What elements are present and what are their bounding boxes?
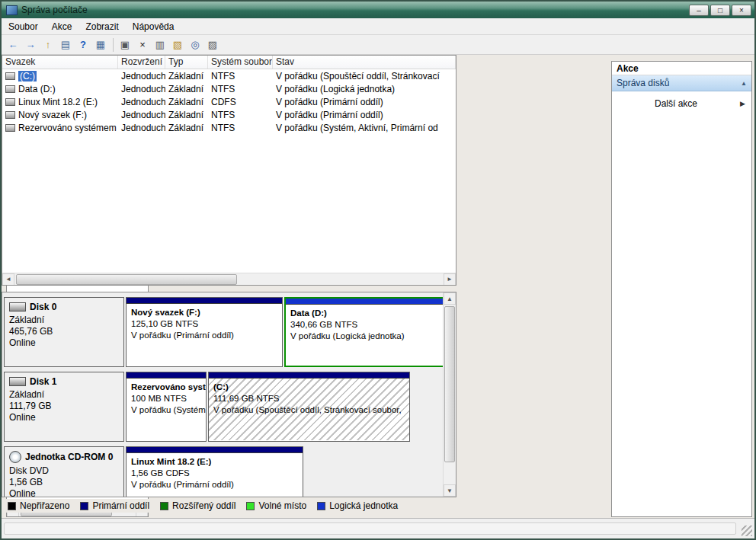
- volume-icon: [5, 111, 15, 119]
- volume-icon: [5, 85, 15, 93]
- actions-item-more-actions[interactable]: Další akce ▶: [612, 96, 751, 111]
- titlebar[interactable]: Správa počítače – □ ×: [2, 2, 754, 18]
- menu-zobrazit[interactable]: Zobrazit: [78, 20, 125, 34]
- volume-list-horizontal-scrollbar[interactable]: ◄ ►: [2, 273, 456, 285]
- disk-icon: [9, 451, 21, 463]
- minimize-button[interactable]: –: [689, 5, 709, 16]
- partition-block[interactable]: Data (D:) 340,66 GB NTFS V pořádku (Logi…: [284, 297, 443, 367]
- status-inset: [4, 522, 736, 535]
- partition-type-strip: [286, 299, 443, 305]
- new-window-icon: ▣: [120, 39, 130, 50]
- partition-type-strip: [127, 298, 282, 304]
- scroll-right-icon[interactable]: ►: [444, 273, 456, 286]
- disk-header[interactable]: Disk 0 Základní 465,76 GB Online: [4, 297, 124, 367]
- disk-icon: [9, 377, 26, 386]
- actions-panel: Akce Správa disků ▲ Další akce ▶: [611, 61, 752, 517]
- properties-icon: ▥: [155, 39, 165, 50]
- disk-graphical-view: Disk 0 Základní 465,76 GB Online Nový sv…: [2, 292, 456, 497]
- legend-color-swatch: [246, 502, 255, 510]
- statusbar: [2, 518, 754, 538]
- legend-color-swatch: [80, 502, 88, 510]
- properties-button[interactable]: ▥: [152, 37, 168, 53]
- volume-icon: [5, 72, 15, 80]
- computer-management-window: Správa počítače – □ × SouborAkceZobrazit…: [0, 0, 756, 540]
- show-console-tree-button[interactable]: ▤: [57, 37, 74, 53]
- disk-row: Disk 0 Základní 465,76 GB Online Nový sv…: [4, 297, 443, 367]
- volume-row[interactable]: Rezervováno systémem Jednoduchý Základní…: [2, 121, 456, 134]
- volume-row[interactable]: Linux Mint 18.2 (E:) Jednoduchý Základní…: [2, 95, 456, 108]
- partition-legend: Nepřiřazeno Primární oddíl Rozšířený odd…: [2, 499, 456, 513]
- scroll-left-icon[interactable]: ◄: [2, 273, 14, 286]
- partition-block[interactable]: Linux Mint 18.2 (E:) 1,56 GB CDFS V pořá…: [126, 446, 303, 497]
- partition-block[interactable]: (C:) 111,69 GB NTFS V pořádku (Spouštěcí…: [208, 372, 410, 442]
- resize-grip[interactable]: [742, 526, 752, 536]
- disk-row: Disk 1 Základní 111,79 GB Online Rezervo…: [4, 372, 443, 442]
- legend-item: Logická jednotka: [317, 500, 398, 511]
- maximize-button[interactable]: □: [710, 5, 730, 16]
- scroll-up-icon[interactable]: ▲: [444, 292, 456, 305]
- export-list-icon: ▨: [208, 39, 217, 50]
- actions-title: Akce: [612, 62, 751, 75]
- disk-header[interactable]: Disk 1 Základní 111,79 GB Online: [4, 372, 124, 442]
- scroll-down-icon[interactable]: ▼: [444, 484, 456, 497]
- help-icon: ?: [80, 39, 86, 50]
- menu-nápověda[interactable]: Nápověda: [126, 20, 181, 34]
- volume-rows: (C:) Jednoduchý Základní NTFS V pořádku …: [2, 69, 456, 134]
- console-window-button[interactable]: ▦: [92, 37, 109, 53]
- disk-icon: [9, 302, 26, 312]
- column-header[interactable]: Systém souborů: [208, 56, 273, 69]
- window-controls: – □ ×: [689, 5, 751, 16]
- export-list-button[interactable]: ▨: [204, 37, 221, 53]
- submenu-arrow-icon: ▶: [740, 100, 745, 107]
- volume-row[interactable]: Data (D:) Jednoduchý Základní NTFS V poř…: [2, 82, 456, 95]
- disk-header[interactable]: Jednotka CD-ROM 0 Disk DVD 1,56 GB Onlin…: [4, 446, 124, 497]
- menubar: SouborAkceZobrazitNápověda: [2, 18, 754, 35]
- open-folder-button[interactable]: ▧: [169, 37, 186, 53]
- delete-button[interactable]: ×: [134, 37, 151, 53]
- menu-akce[interactable]: Akce: [45, 20, 79, 34]
- forward-button[interactable]: →: [22, 37, 39, 53]
- actions-section-disk-management[interactable]: Správa disků ▲: [612, 75, 751, 91]
- forward-icon: →: [26, 39, 36, 50]
- graphic-scroll-thumb[interactable]: [444, 306, 455, 462]
- app-icon: [6, 5, 18, 15]
- column-header[interactable]: Rozvržení: [118, 56, 165, 69]
- legend-item: Rozšířený oddíl: [160, 500, 235, 511]
- console-window-icon: ▦: [96, 39, 105, 50]
- help-button[interactable]: ?: [75, 37, 91, 53]
- back-button[interactable]: ←: [5, 37, 21, 53]
- close-button[interactable]: ×: [732, 5, 751, 16]
- volume-icon: [5, 124, 15, 132]
- toolbar-separator: [113, 38, 114, 52]
- disk-rows: Disk 0 Základní 465,76 GB Online Nový sv…: [2, 292, 443, 497]
- column-header[interactable]: Svazek: [2, 56, 118, 69]
- volume-list-scroll-thumb[interactable]: [16, 274, 237, 285]
- back-icon: ←: [8, 39, 18, 50]
- toolbar: ←→↑▤?▦▣×▥▧◎▨: [2, 35, 754, 55]
- column-header[interactable]: Typ: [165, 56, 208, 69]
- volume-list-header: SvazekRozvrženíTypSystém souborůStav: [2, 56, 456, 69]
- column-header[interactable]: Stav: [273, 56, 456, 69]
- search-icon: ◎: [191, 39, 199, 50]
- new-window-button[interactable]: ▣: [117, 37, 133, 53]
- graphic-vertical-scrollbar[interactable]: ▲ ▼: [443, 292, 456, 497]
- disk-partitions: Linux Mint 18.2 (E:) 1,56 GB CDFS V pořá…: [126, 446, 443, 497]
- up-level-button[interactable]: ↑: [40, 37, 56, 53]
- disk-partitions: Nový svazek (F:) 125,10 GB NTFS V pořádk…: [126, 297, 443, 367]
- volume-row[interactable]: Nový svazek (F:) Jednoduchý Základní NTF…: [2, 108, 456, 121]
- partition-block[interactable]: Rezervováno systémem 100 MB NTFS V pořád…: [126, 372, 207, 442]
- workspace: Správa počítače (místní) ◢ Systémové nás…: [2, 55, 754, 521]
- legend-item: Nepřiřazeno: [8, 500, 69, 511]
- center-panel: SvazekRozvrženíTypSystém souborůStav (C:…: [2, 55, 456, 511]
- search-button[interactable]: ◎: [187, 37, 203, 53]
- partition-type-strip: [209, 372, 409, 379]
- volume-row[interactable]: (C:) Jednoduchý Základní NTFS V pořádku …: [2, 69, 456, 82]
- volume-icon: [5, 98, 15, 106]
- chevron-up-icon[interactable]: ▲: [741, 80, 747, 87]
- disk-partitions: Rezervováno systémem 100 MB NTFS V pořád…: [126, 372, 443, 442]
- legend-color-swatch: [8, 502, 16, 510]
- menu-soubor[interactable]: Soubor: [2, 20, 45, 34]
- partition-block[interactable]: Nový svazek (F:) 125,10 GB NTFS V pořádk…: [126, 297, 283, 367]
- window-title: Správa počítače: [21, 5, 689, 15]
- legend-color-swatch: [160, 502, 168, 510]
